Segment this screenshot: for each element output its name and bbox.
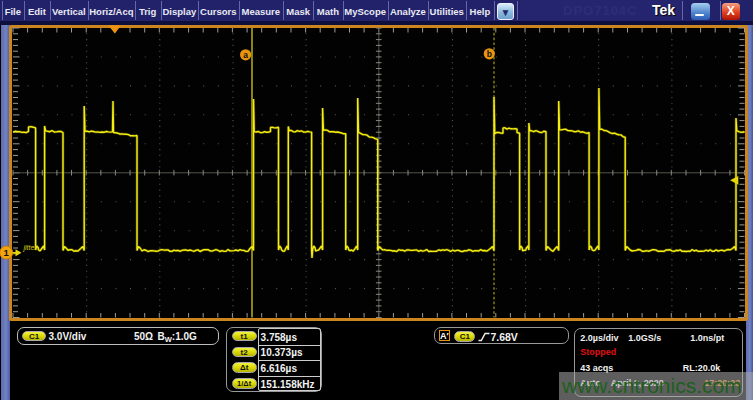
svg-text:jitter: jitter <box>23 244 38 252</box>
svg-text:b: b <box>487 49 492 59</box>
svg-text:1: 1 <box>4 247 10 258</box>
svg-text:a: a <box>243 50 248 60</box>
